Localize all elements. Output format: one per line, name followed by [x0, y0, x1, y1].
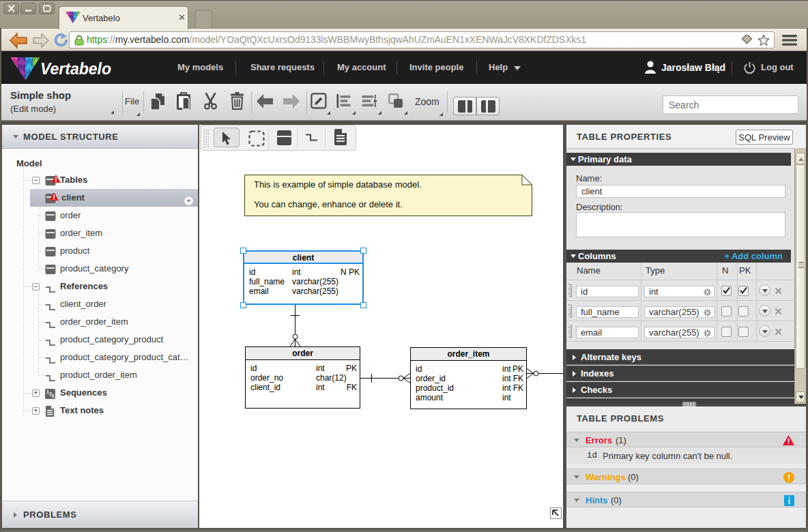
svg-text:3: 3	[52, 394, 55, 398]
